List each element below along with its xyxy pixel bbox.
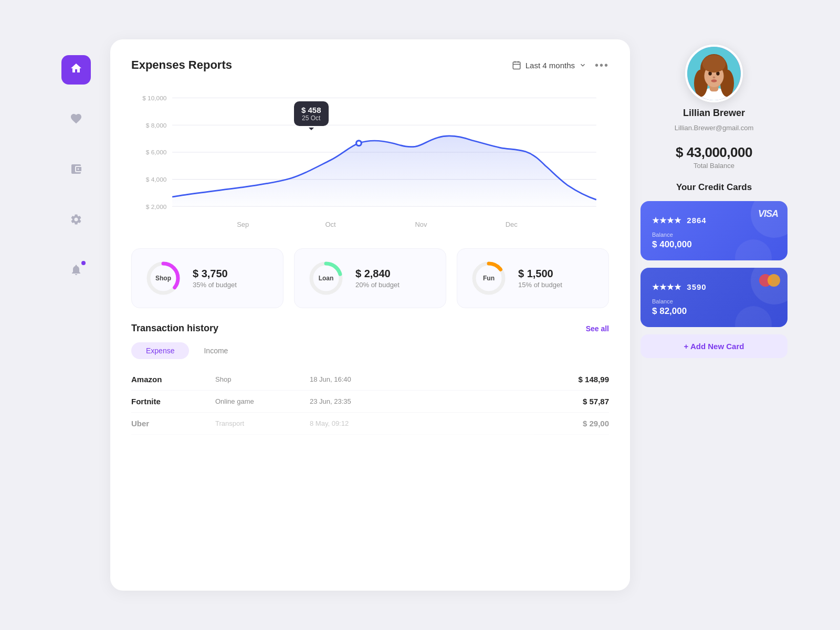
fun-amount: $ 1,500 <box>518 268 562 280</box>
table-row: Fortnite Online game 23 Jun, 23:35 $ 57,… <box>131 391 609 413</box>
credit-card-1[interactable]: VISA ★★★★ 2864 Balance $ 400,000 <box>640 201 788 260</box>
right-panel: Lillian Brewer Lillian.Brewer@gmail.com … <box>640 39 788 591</box>
bell-icon <box>70 264 82 279</box>
profile-name: Lillian Brewer <box>683 108 745 119</box>
line-chart-svg: $ 10,000 $ 8,000 $ 6,000 $ 4,000 $ 2,000… <box>131 87 609 234</box>
transaction-title: Transaction history <box>131 323 218 334</box>
sidebar-item-home[interactable] <box>61 55 91 85</box>
svg-text:Sep: Sep <box>237 220 249 228</box>
tx-date: 23 Jun, 23:35 <box>310 397 394 405</box>
heart-icon <box>70 112 82 128</box>
budget-card-fun: Fun $ 1,500 15% of budget <box>457 248 609 308</box>
budget-card-loan: Loan $ 2,840 20% of budget <box>294 248 446 308</box>
date-filter-label: Last 4 months <box>526 61 575 70</box>
svg-rect-0 <box>513 62 520 69</box>
svg-text:$ 2,000: $ 2,000 <box>146 203 167 211</box>
tx-name: Uber <box>131 419 215 428</box>
transaction-list: Amazon Shop 18 Jun, 16:40 $ 148,99 Fortn… <box>131 369 609 435</box>
profile-section: Lillian Brewer Lillian.Brewer@gmail.com <box>675 45 753 132</box>
table-row: Uber Transport 8 May, 09:12 $ 29,00 <box>131 413 609 435</box>
fun-budget-info: $ 1,500 15% of budget <box>518 268 562 289</box>
date-filter-button[interactable]: Last 4 months <box>512 60 586 70</box>
shop-donut-label: Shop <box>155 275 171 282</box>
svg-point-36 <box>713 77 716 79</box>
svg-point-37 <box>711 79 717 82</box>
visa-logo: VISA <box>758 208 778 219</box>
shop-percent: 35% of budget <box>193 281 237 289</box>
svg-text:$ 4,000: $ 4,000 <box>146 176 167 183</box>
svg-point-18 <box>357 141 360 144</box>
loan-budget-info: $ 2,840 20% of budget <box>355 268 400 289</box>
gear-icon <box>70 213 82 229</box>
avatar <box>685 45 743 102</box>
tx-category: Online game <box>215 397 310 405</box>
tab-income[interactable]: Income <box>189 342 243 359</box>
tx-date: 18 Jun, 16:40 <box>310 375 394 383</box>
shop-donut: Shop <box>144 259 182 297</box>
svg-text:Dec: Dec <box>506 220 518 228</box>
sidebar-item-settings[interactable] <box>61 206 91 236</box>
tab-expense[interactable]: Expense <box>131 342 189 359</box>
loan-donut: Loan <box>307 259 345 297</box>
tx-date: 8 May, 09:12 <box>310 419 394 427</box>
home-icon <box>70 62 82 78</box>
svg-text:$ 8,000: $ 8,000 <box>146 122 167 129</box>
avatar-image <box>687 45 741 102</box>
transaction-header: Transaction history See all <box>131 323 609 334</box>
svg-text:Oct: Oct <box>326 220 336 228</box>
mastercard-logo <box>759 274 780 287</box>
tx-category: Transport <box>215 419 310 427</box>
main-header: Expenses Reports Last 4 months ••• <box>131 58 609 72</box>
loan-amount: $ 2,840 <box>355 268 400 280</box>
svg-text:Nov: Nov <box>415 220 427 228</box>
transaction-tabs: Expense Income <box>131 342 609 359</box>
profile-email: Lillian.Brewer@gmail.com <box>675 124 753 132</box>
wallet-icon <box>70 163 82 178</box>
credit-card-2[interactable]: ★★★★ 3590 Balance $ 82,000 <box>640 268 788 327</box>
loan-percent: 20% of budget <box>355 281 400 289</box>
fun-donut: Fun <box>470 259 508 297</box>
shop-budget-info: $ 3,750 35% of budget <box>193 268 237 289</box>
svg-text:$ 10,000: $ 10,000 <box>142 94 166 102</box>
svg-point-38 <box>702 55 726 72</box>
total-balance-label: Total Balance <box>676 162 752 170</box>
table-row: Amazon Shop 18 Jun, 16:40 $ 148,99 <box>131 369 609 391</box>
card-balance-label-2: Balance <box>652 298 776 304</box>
main-panel: Expenses Reports Last 4 months ••• <box>110 39 630 591</box>
sidebar-item-favorites[interactable] <box>61 106 91 135</box>
card-balance-label-1: Balance <box>652 232 776 238</box>
credit-cards-title: Your Credit Cards <box>640 182 788 193</box>
more-options-button[interactable]: ••• <box>595 59 609 71</box>
calendar-icon <box>512 60 521 70</box>
svg-text:$ 6,000: $ 6,000 <box>146 149 167 156</box>
page-title: Expenses Reports <box>131 58 232 72</box>
tx-name: Amazon <box>131 375 215 384</box>
chevron-down-icon <box>579 61 586 69</box>
transaction-section: Transaction history See all Expense Inco… <box>131 323 609 572</box>
tx-category: Shop <box>215 375 310 383</box>
fun-percent: 15% of budget <box>518 281 562 289</box>
tx-amount: $ 29,00 <box>394 419 609 428</box>
loan-donut-label: Loan <box>319 275 334 282</box>
shop-amount: $ 3,750 <box>193 268 237 280</box>
expenses-chart: $ 10,000 $ 8,000 $ 6,000 $ 4,000 $ 2,000… <box>131 87 609 234</box>
see-all-button[interactable]: See all <box>586 324 609 333</box>
sidebar <box>52 39 100 591</box>
credit-cards-section: Your Credit Cards VISA ★★★★ 2864 Balance… <box>640 182 788 358</box>
sidebar-item-notifications[interactable] <box>61 257 91 286</box>
fun-donut-label: Fun <box>483 275 495 282</box>
add-card-button[interactable]: + Add New Card <box>640 334 788 358</box>
header-controls: Last 4 months ••• <box>512 59 609 71</box>
tx-amount: $ 148,99 <box>394 375 609 384</box>
total-balance-amount: $ 43,000,000 <box>676 144 752 161</box>
budget-card-shop: Shop $ 3,750 35% of budget <box>131 248 284 308</box>
tx-name: Fortnite <box>131 397 215 406</box>
sidebar-item-wallet[interactable] <box>61 156 91 185</box>
tx-amount: $ 57,87 <box>394 397 609 406</box>
budget-cards-row: Shop $ 3,750 35% of budget Loan $ 2,8 <box>131 248 609 308</box>
balance-section: $ 43,000,000 Total Balance <box>676 144 752 170</box>
